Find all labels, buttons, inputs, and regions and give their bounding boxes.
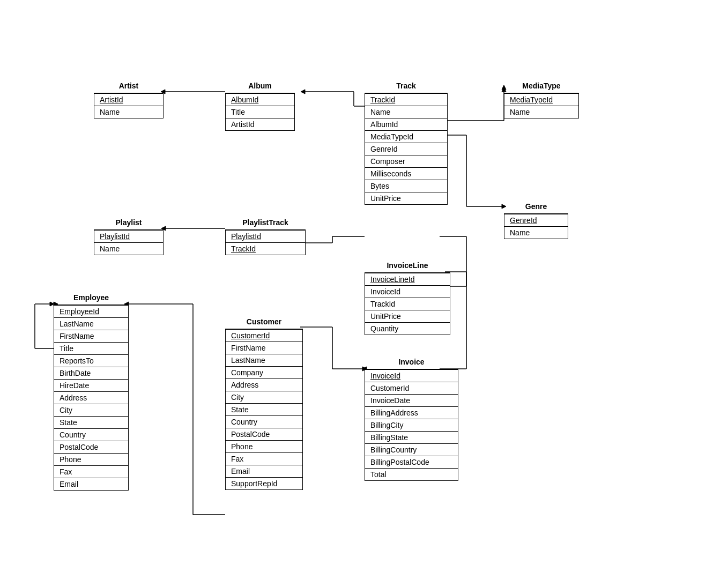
- field-album-artistid: ArtistId: [226, 118, 294, 130]
- field-genre-name: Name: [504, 226, 568, 239]
- field-playlist-playlistid: PlaylistId: [94, 230, 163, 242]
- field-customer-customerid: CustomerId: [226, 329, 302, 342]
- table-artist: ArtistArtistIdName: [94, 93, 164, 118]
- field-invoiceline-unitprice: UnitPrice: [365, 310, 450, 322]
- table-playlisttrack: PlaylistTrackPlaylistIdTrackId: [225, 229, 306, 255]
- table-album: AlbumAlbumIdTitleArtistId: [225, 93, 295, 131]
- field-invoice-invoiceid: InvoiceId: [365, 369, 458, 382]
- field-genre-genreid: GenreId: [504, 214, 568, 226]
- table-title-employee: Employee: [54, 292, 128, 303]
- field-invoice-invoicedate: InvoiceDate: [365, 394, 458, 406]
- field-invoice-billingaddress: BillingAddress: [365, 406, 458, 419]
- field-employee-fax: Fax: [54, 465, 128, 478]
- field-artist-artistid: ArtistId: [94, 93, 163, 106]
- table-track: TrackTrackIdNameAlbumIdMediaTypeIdGenreI…: [365, 93, 448, 205]
- table-customer: CustomerCustomerIdFirstNameLastNameCompa…: [225, 329, 303, 490]
- field-playlist-name: Name: [94, 242, 163, 255]
- table-title-genre: Genre: [504, 201, 568, 212]
- svg-marker-5: [301, 90, 305, 94]
- field-mediatype-name: Name: [504, 106, 578, 118]
- table-title-track: Track: [365, 80, 447, 91]
- field-track-bytes: Bytes: [365, 180, 447, 192]
- field-track-name: Name: [365, 106, 447, 118]
- table-playlist: PlaylistPlaylistIdName: [94, 229, 164, 255]
- table-title-mediatype: MediaType: [504, 80, 578, 91]
- er-diagram: ArtistArtistIdNameAlbumAlbumIdTitleArtis…: [0, 0, 728, 579]
- field-invoice-billingcountry: BillingCountry: [365, 443, 458, 456]
- field-employee-hiredate: HireDate: [54, 379, 128, 391]
- field-track-unitprice: UnitPrice: [365, 192, 447, 204]
- field-track-albumid: AlbumId: [365, 118, 447, 130]
- field-invoiceline-trackid: TrackId: [365, 298, 450, 310]
- field-customer-city: City: [226, 391, 302, 403]
- table-title-customer: Customer: [226, 316, 302, 327]
- field-employee-country: Country: [54, 428, 128, 441]
- field-customer-address: Address: [226, 378, 302, 391]
- table-invoiceline: InvoiceLineInvoiceLineIdInvoiceIdTrackId…: [365, 272, 450, 335]
- field-customer-lastname: LastName: [226, 354, 302, 366]
- field-employee-address: Address: [54, 391, 128, 404]
- field-employee-postalcode: PostalCode: [54, 441, 128, 453]
- field-invoiceline-invoiceid: InvoiceId: [365, 285, 450, 298]
- table-genre: GenreGenreIdName: [504, 213, 568, 239]
- field-invoice-total: Total: [365, 468, 458, 480]
- table-title-album: Album: [226, 80, 294, 91]
- field-customer-supportrepid: SupportRepId: [226, 477, 302, 489]
- field-track-milliseconds: Milliseconds: [365, 167, 447, 180]
- field-employee-title: Title: [54, 342, 128, 354]
- field-customer-email: Email: [226, 465, 302, 477]
- field-employee-state: State: [54, 416, 128, 428]
- field-invoiceline-invoicelineid: InvoiceLineId: [365, 273, 450, 285]
- table-invoice: InvoiceInvoiceIdCustomerIdInvoiceDateBil…: [365, 369, 458, 481]
- field-mediatype-mediatypeid: MediaTypeId: [504, 93, 578, 106]
- table-title-artist: Artist: [94, 80, 163, 91]
- field-track-mediatypeid: MediaTypeId: [365, 130, 447, 143]
- table-title-invoiceline: InvoiceLine: [365, 260, 450, 271]
- field-invoice-billingpostalcode: BillingPostalCode: [365, 456, 458, 468]
- field-employee-email: Email: [54, 478, 128, 490]
- field-invoice-billingstate: BillingState: [365, 431, 458, 443]
- field-customer-company: Company: [226, 366, 302, 378]
- field-album-albumid: AlbumId: [226, 93, 294, 106]
- field-invoice-customerid: CustomerId: [365, 382, 458, 394]
- field-customer-fax: Fax: [226, 452, 302, 465]
- field-employee-employeeid: EmployeeId: [54, 305, 128, 317]
- field-customer-state: State: [226, 403, 302, 415]
- field-album-title: Title: [226, 106, 294, 118]
- table-mediatype: MediaTypeMediaTypeIdName: [504, 93, 579, 118]
- field-employee-reportsto: ReportsTo: [54, 354, 128, 367]
- field-customer-firstname: FirstName: [226, 342, 302, 354]
- field-playlisttrack-playlistid: PlaylistId: [226, 230, 305, 242]
- field-customer-country: Country: [226, 415, 302, 428]
- table-title-playlist: Playlist: [94, 217, 163, 228]
- field-artist-name: Name: [94, 106, 163, 118]
- field-track-composer: Composer: [365, 155, 447, 167]
- field-invoice-billingcity: BillingCity: [365, 419, 458, 431]
- field-employee-city: City: [54, 404, 128, 416]
- field-employee-phone: Phone: [54, 453, 128, 465]
- field-customer-phone: Phone: [226, 440, 302, 452]
- field-employee-firstname: FirstName: [54, 330, 128, 342]
- table-employee: EmployeeEmployeeIdLastNameFirstNameTitle…: [54, 305, 129, 491]
- field-track-trackid: TrackId: [365, 93, 447, 106]
- field-customer-postalcode: PostalCode: [226, 428, 302, 440]
- field-playlisttrack-trackid: TrackId: [226, 242, 305, 255]
- table-title-playlisttrack: PlaylistTrack: [226, 217, 305, 228]
- field-invoiceline-quantity: Quantity: [365, 322, 450, 335]
- table-title-invoice: Invoice: [365, 357, 458, 367]
- field-employee-lastname: LastName: [54, 317, 128, 330]
- field-employee-birthdate: BirthDate: [54, 367, 128, 379]
- field-track-genreid: GenreId: [365, 143, 447, 155]
